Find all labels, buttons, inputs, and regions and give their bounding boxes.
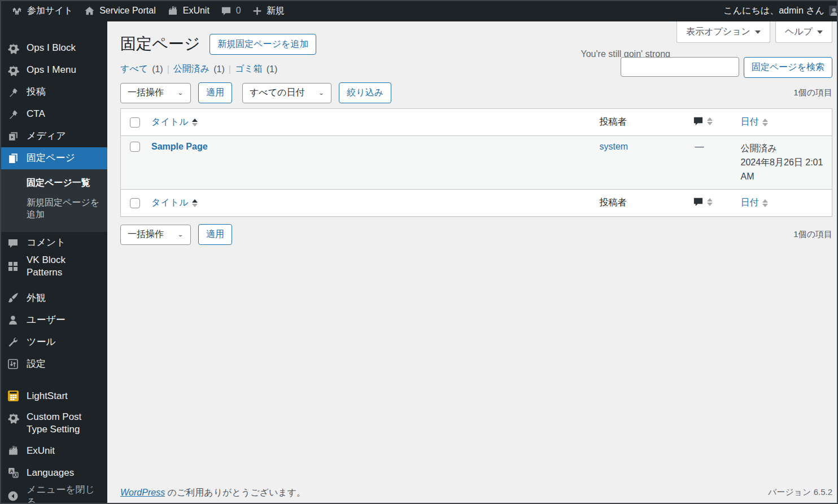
filter-all-link[interactable]: すべて (120, 63, 148, 75)
sidebar-item-ops-i-block[interactable]: Ops I Block (0, 37, 107, 59)
sidebar-item-label: CTA (27, 108, 45, 120)
sidebar-item-label: コメント (27, 236, 66, 249)
sidebar-item-pages[interactable]: 固定ページ (0, 147, 107, 169)
pages-icon (7, 152, 19, 164)
admin-bar: 参加サイト Service Portal ExUnit 0 新規 こんにちは、a… (0, 0, 838, 21)
bulk-action-value: 一括操作 (128, 87, 164, 99)
sidebar-item-languages[interactable]: A Languages (0, 462, 107, 484)
pushpin-icon (7, 109, 19, 120)
comment-count: 0 (236, 6, 241, 16)
sort-arrows-icon (192, 199, 198, 207)
gear-icon (7, 64, 19, 76)
row-checkbox[interactable] (130, 142, 140, 152)
pages-submenu: 固定ページ一覧 新規固定ページを追加 (0, 169, 107, 232)
admin-bar-new[interactable]: 新規 (247, 0, 290, 21)
sidebar-item-label: ユーザー (27, 314, 66, 326)
page-row-comments: — (693, 142, 704, 151)
search-input[interactable] (621, 57, 739, 77)
admin-bar-exunit-label: ExUnit (183, 6, 210, 16)
menu-separator (0, 279, 107, 287)
add-new-page-button[interactable]: 新規固定ページを追加 (210, 34, 316, 55)
chevron-down-icon: ⌄ (177, 90, 184, 97)
sort-date-header[interactable]: 日付 (741, 197, 768, 209)
sidebar-item-vk-block-patterns[interactable]: VK Block Patterns (0, 254, 107, 279)
help-button[interactable]: ヘルプ (775, 21, 832, 43)
sort-arrows-icon (192, 119, 198, 126)
greeting-text[interactable]: こんにちは、admin さん (723, 5, 824, 17)
comment-column-icon (693, 196, 704, 207)
select-all-checkbox[interactable] (130, 117, 140, 128)
sort-title-header[interactable]: タイトル (151, 116, 198, 128)
column-author-label: 投稿者 (600, 117, 627, 126)
page-row-author-link[interactable]: system (600, 142, 628, 151)
comment-icon (7, 238, 19, 249)
sort-date-header[interactable]: 日付 (741, 116, 768, 128)
collapse-menu-button[interactable]: メニューを閉じる (0, 484, 107, 504)
multisite-icon (11, 5, 23, 16)
page-row-status: 公開済み (741, 142, 827, 156)
sidebar-item-label: 設定 (27, 358, 46, 370)
lightstart-icon (7, 390, 19, 402)
admin-bar-site[interactable]: Service Portal (78, 0, 162, 21)
screen-options-label: 表示オプション (686, 26, 750, 38)
wordpress-link[interactable]: WordPress (120, 488, 165, 497)
sort-comments-header[interactable] (693, 116, 713, 126)
sidebar-item-label: VK Block Patterns (27, 254, 102, 279)
column-title-label: タイトル (151, 116, 189, 128)
column-author-label: 投稿者 (600, 198, 627, 207)
submenu-item-all-pages[interactable]: 固定ページ一覧 (0, 173, 107, 193)
menu-separator (0, 375, 107, 385)
sidebar-item-exunit[interactable]: ExUnit (0, 440, 107, 462)
select-all-checkbox[interactable] (130, 198, 140, 208)
bulk-action-select-bottom[interactable]: 一括操作 ⌄ (120, 225, 191, 245)
sidebar-item-media[interactable]: メディア (0, 125, 107, 147)
column-date-label: 日付 (741, 197, 759, 209)
pages-table: タイトル 投稿者 日付 (120, 108, 832, 217)
sidebar-item-ops-i-menu[interactable]: Ops I Menu (0, 59, 107, 81)
plus-icon (252, 6, 262, 16)
screen-options-button[interactable]: 表示オプション (676, 21, 770, 43)
column-date-label: 日付 (741, 116, 759, 128)
sidebar-item-comments[interactable]: コメント (0, 232, 107, 254)
sidebar-item-appearance[interactable]: 外観 (0, 287, 107, 309)
filter-separator: | (167, 64, 169, 74)
sidebar-item-tools[interactable]: ツール (0, 331, 107, 353)
sidebar-item-label: LightStart (27, 390, 68, 402)
help-label: ヘルプ (785, 26, 813, 38)
date-filter-select[interactable]: すべての日付 ⌄ (242, 83, 331, 103)
page-row-title-link[interactable]: Sample Page (151, 142, 208, 151)
apply-button[interactable]: 適用 (198, 82, 232, 103)
admin-bar-site-label: Service Portal (99, 6, 156, 16)
search-pages-button[interactable]: 固定ページを検索 (744, 57, 832, 78)
sidebar-item-settings[interactable]: 設定 (0, 353, 107, 375)
sidebar-item-cta[interactable]: CTA (0, 103, 107, 125)
submenu-item-add-new-page[interactable]: 新規固定ページを追加 (0, 193, 107, 225)
filter-published-link[interactable]: 公開済み (173, 63, 210, 75)
comment-bubble-icon (221, 6, 232, 16)
admin-bar-exunit[interactable]: ExUnit (162, 0, 215, 21)
filter-published-count: (1) (213, 64, 225, 74)
media-icon (7, 130, 19, 142)
avatar[interactable] (829, 6, 838, 16)
sort-arrows-icon (707, 117, 713, 125)
castle-icon (7, 445, 19, 457)
item-count-bottom: 1個の項目 (793, 229, 832, 240)
bulk-action-select[interactable]: 一括操作 ⌄ (120, 83, 191, 103)
wrench-icon (7, 336, 19, 348)
admin-footer: WordPress のご利用ありがとうございます。 バージョン 6.5.2 (120, 487, 832, 499)
admin-bar-comments[interactable]: 0 (215, 0, 247, 21)
sidebar-item-lightstart[interactable]: LightStart (0, 385, 107, 407)
filter-all-count: (1) (152, 64, 163, 74)
filter-trash-count: (1) (267, 64, 278, 74)
date-filter-value: すべての日付 (250, 87, 305, 99)
sidebar-item-custom-post-type-setting[interactable]: Custom Post Type Setting (0, 407, 107, 440)
apply-button-bottom[interactable]: 適用 (198, 224, 232, 245)
sort-title-header[interactable]: タイトル (151, 197, 198, 209)
admin-bar-network-label: 参加サイト (27, 5, 73, 17)
admin-bar-network[interactable]: 参加サイト (6, 0, 78, 21)
filter-button[interactable]: 絞り込み (339, 82, 391, 103)
sort-comments-header[interactable] (693, 196, 713, 207)
sidebar-item-users[interactable]: ユーザー (0, 309, 107, 331)
sidebar-item-posts[interactable]: 投稿 (0, 81, 107, 103)
filter-trash-link[interactable]: ゴミ箱 (235, 63, 263, 75)
